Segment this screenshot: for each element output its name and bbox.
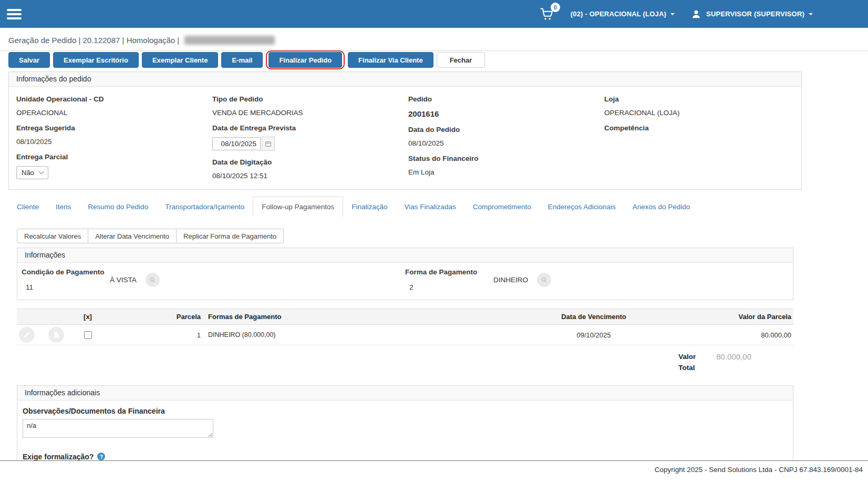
recalcular-valores-button[interactable]: Recalcular Valores (17, 229, 88, 243)
formas-pagamento-column-header: Formas de Pagamento (203, 309, 520, 325)
valor-total-value: 80.000,00 (716, 352, 751, 374)
data-entrega-prevista-input[interactable] (212, 137, 261, 150)
order-tabs: Cliente Itens Resumo do Pedido Transport… (8, 197, 802, 217)
valor-total-label: Valor Total (678, 352, 702, 374)
tab-finalizacao[interactable]: Finalização (343, 197, 396, 217)
tab-follow-up-pagamentos[interactable]: Follow-up Pagamentos (253, 197, 343, 217)
alterar-data-vencimento-button[interactable]: Alterar Data Vencimento (88, 229, 177, 243)
loja-label: Loja (604, 95, 794, 103)
tab-resumo-do-pedido[interactable]: Resumo do Pedido (79, 197, 157, 217)
payment-info-panel: Informações Condição de Pagamento 11 À V… (17, 248, 793, 300)
page-title-row: Geração de Pedido | 20.122087 | Homologa… (0, 28, 868, 51)
entrega-parcial-label: Entrega Parcial (16, 153, 206, 161)
tab-transportadora-icamento[interactable]: Transportadora/Içamento (157, 197, 253, 217)
order-info-panel: Informações do pedido Unidade Operaciona… (8, 71, 802, 190)
installment-amount-cell: 80.000,00 (667, 325, 793, 345)
forma-pagamento-label: Forma de Pagamento (405, 268, 493, 276)
exemplar-escritorio-button[interactable]: Exemplar Escritório (53, 52, 139, 68)
redacted-customer-name (184, 36, 275, 45)
data-digitacao-label: Data de Digitação (212, 158, 402, 166)
row-select-checkbox[interactable] (84, 331, 92, 339)
finalizar-via-cliente-button[interactable]: Finalizar Via Cliente (348, 52, 433, 68)
tab-vias-finalizadas[interactable]: Vias Finalizadas (396, 197, 464, 217)
tab-enderecos-adicionais[interactable]: Endereços Adicionais (540, 197, 624, 217)
cart-button[interactable]: 0 (539, 7, 555, 22)
tab-itens[interactable]: Itens (47, 197, 79, 217)
search-icon (149, 276, 156, 283)
user-icon (690, 8, 702, 20)
entrega-parcial-select[interactable]: Não (16, 166, 48, 179)
edit-installment-button[interactable] (19, 327, 35, 343)
store-selector[interactable]: (02) - OPERACIONAL (LOJA) (571, 10, 675, 18)
topbar: 0 (02) - OPERACIONAL (LOJA) SUPERVISOR (… (0, 0, 868, 28)
unidade-operacional-label: Unidade Operacional - CD (16, 95, 206, 103)
pencil-icon (23, 331, 30, 339)
store-selector-label: (02) - OPERACIONAL (LOJA) (571, 10, 666, 18)
salvar-button[interactable]: Salvar (8, 52, 50, 68)
payment-actions-group: Recalcular Valores Alterar Data Vencimen… (17, 229, 284, 243)
order-info-column-1: Unidade Operacional - CD OPERACIONAL Ent… (16, 88, 206, 180)
status-financeiro-value: Em Loja (408, 168, 598, 176)
chevron-down-icon (38, 169, 44, 175)
installment-payment-form-cell: DINHEIRO (80.000,00) (203, 325, 520, 345)
tipo-pedido-label: Tipo de Pedido (212, 95, 402, 103)
user-menu[interactable]: SUPERVISOR (SUPERVISOR) (690, 8, 813, 20)
order-info-column-4: Loja OPERACIONAL (LOJA) Competência (604, 88, 794, 180)
parcela-column-header: Parcela (100, 309, 203, 325)
order-info-column-3: Pedido 2001616 Data do Pedido 08/10/2025… (408, 88, 598, 180)
help-question-icon[interactable]: ? (97, 453, 105, 460)
tab-cliente[interactable]: Cliente (8, 197, 47, 217)
total-row: Valor Total 80.000,00 (17, 345, 793, 381)
condicao-pagamento-description: À VISTA (110, 276, 137, 284)
forma-pagamento-code: 2 (405, 283, 493, 291)
chevron-down-icon (670, 13, 675, 17)
observacoes-financeira-textarea[interactable] (23, 419, 213, 438)
data-vencimento-column-header: Data de Vencimento (520, 309, 667, 325)
document-copy-icon (53, 331, 60, 339)
exige-formalizacao-label: Exige formalização? (23, 453, 94, 461)
pedido-value: 2001616 (408, 109, 598, 118)
loja-value: OPERACIONAL (LOJA) (604, 109, 794, 117)
tab-comprometimento[interactable]: Comprometimento (464, 197, 540, 217)
forma-pagamento-group: Forma de Pagamento 2 DINHEIRO (405, 268, 789, 291)
pedido-label: Pedido (408, 95, 598, 103)
data-digitacao-value: 08/10/2025 12:51 (212, 172, 402, 180)
copyright-text: Copyright 2025 - Send Solutions Ltda - C… (655, 466, 863, 474)
chevron-down-icon (809, 13, 813, 17)
entrega-sugerida-value: 08/10/2025 (16, 138, 206, 146)
valor-parcela-column-header: Valor da Parcela (667, 309, 793, 325)
search-icon (541, 276, 547, 283)
email-button[interactable]: E-mail (221, 52, 263, 68)
select-column-header: [x] (76, 309, 100, 325)
exemplar-cliente-button[interactable]: Exemplar Cliente (142, 52, 219, 68)
finalizar-pedido-button[interactable]: Finalizar Pedido (268, 52, 342, 68)
installments-header-row: [x] Parcela Formas de Pagamento Data de … (17, 309, 793, 325)
forma-pagamento-search-button[interactable] (537, 273, 551, 287)
cart-badge: 0 (551, 3, 560, 12)
order-toolbar: Salvar Exemplar Escritório Exemplar Clie… (8, 51, 802, 69)
condicao-pagamento-search-button[interactable] (146, 273, 160, 287)
forma-pagamento-description: DINHEIRO (493, 276, 528, 284)
copy-installment-button[interactable] (48, 327, 64, 343)
unidade-operacional-value: OPERACIONAL (16, 109, 206, 117)
replicar-forma-pagamento-button[interactable]: Replicar Forma de Pagamento (176, 229, 284, 243)
page-title: Geração de Pedido | 20.122087 | Homologa… (8, 36, 179, 45)
user-menu-label: SUPERVISOR (SUPERVISOR) (706, 10, 804, 18)
condicao-pagamento-label: Condição de Pagamento (22, 268, 110, 276)
order-info-panel-title: Informações do pedido (9, 72, 801, 87)
condicao-pagamento-code: 11 (22, 283, 110, 291)
data-entrega-prevista-label: Data de Entrega Prevista (212, 124, 402, 132)
data-pedido-label: Data do Pedido (408, 126, 598, 134)
tab-anexos-do-pedido[interactable]: Anexos do Pedido (624, 197, 699, 217)
installments-table: [x] Parcela Formas de Pagamento Data de … (17, 309, 793, 345)
tipo-pedido-value: VENDA DE MERCADORIAS (212, 109, 402, 117)
installment-row: 1 DINHEIRO (80.000,00) 09/10/2025 80.000… (17, 325, 793, 345)
calendar-icon[interactable] (262, 137, 275, 151)
status-financeiro-label: Status do Financeiro (408, 155, 598, 162)
finalizar-pedido-highlight-annotation: Finalizar Pedido (266, 50, 345, 69)
footer: Copyright 2025 - Send Solutions Ltda - C… (0, 460, 868, 482)
hamburger-menu-icon[interactable] (7, 7, 22, 22)
fechar-button[interactable]: Fechar (437, 52, 485, 68)
follow-up-pagamentos-panel: Recalcular Valores Alterar Data Vencimen… (8, 217, 802, 482)
condicao-pagamento-group: Condição de Pagamento 11 À VISTA (22, 268, 405, 291)
